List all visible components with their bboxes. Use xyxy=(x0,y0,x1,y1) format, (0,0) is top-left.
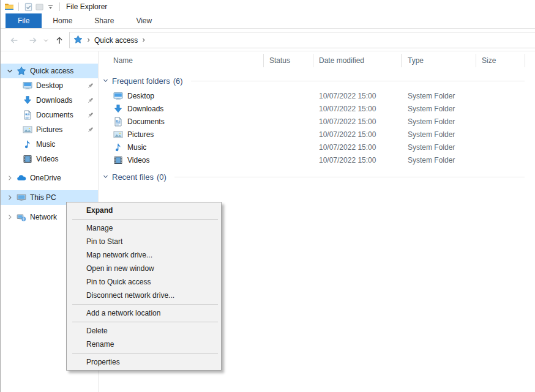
titlebar-separator xyxy=(18,2,19,11)
menu-item-open-in-new-window[interactable]: Open in new window xyxy=(67,262,221,275)
downloads-icon xyxy=(23,95,32,105)
chevron-right-icon[interactable] xyxy=(6,193,14,202)
menu-separator xyxy=(72,353,218,353)
menu-item-pin-to-start[interactable]: Pin to Start xyxy=(67,235,221,248)
chevron-down-icon[interactable] xyxy=(6,67,14,75)
menu-item-expand[interactable]: Expand xyxy=(67,204,221,217)
file-row-videos[interactable]: Videos 10/07/2022 15:00 System Folder xyxy=(99,154,535,167)
file-row-desktop[interactable]: Desktop 10/07/2022 15:00 System Folder xyxy=(99,90,535,103)
chevron-down-icon[interactable] xyxy=(102,76,109,86)
up-icon[interactable] xyxy=(53,34,65,46)
address-bar[interactable]: Quick access xyxy=(69,32,535,48)
properties-icon[interactable] xyxy=(23,1,34,12)
sidebar-item-pictures[interactable]: Pictures xyxy=(1,122,98,137)
sidebar-item-label: Documents xyxy=(36,111,73,119)
breadcrumb-chevron-icon[interactable] xyxy=(141,36,146,45)
column-divider[interactable] xyxy=(401,54,402,67)
file-type: System Folder xyxy=(408,105,455,113)
file-name: Documents xyxy=(127,117,165,126)
desktop-icon xyxy=(113,91,123,101)
group-divider-line xyxy=(191,81,525,81)
file-date-modified: 10/07/2022 15:00 xyxy=(319,156,376,165)
column-divider[interactable] xyxy=(263,54,264,67)
pin-icon xyxy=(86,82,94,90)
back-icon[interactable] xyxy=(8,34,20,46)
menu-item-disconnect-network-drive[interactable]: Disconnect network drive... xyxy=(67,289,221,302)
file-type: System Folder xyxy=(408,156,455,165)
sidebar-item-desktop[interactable]: Desktop xyxy=(1,78,98,93)
chevron-down-icon[interactable] xyxy=(102,172,109,182)
column-header-date-modified[interactable]: Date modified xyxy=(319,56,364,65)
sidebar-item-videos[interactable]: Videos xyxy=(1,152,98,166)
sidebar-item-label: Quick access xyxy=(30,67,73,75)
column-header-type[interactable]: Type xyxy=(408,56,424,65)
context-menu: Expand Manage Pin to Start Map network d… xyxy=(66,202,222,371)
chevron-right-icon[interactable] xyxy=(6,213,14,221)
menu-item-map-network-drive[interactable]: Map network drive... xyxy=(67,248,221,262)
menu-item-delete[interactable]: Delete xyxy=(67,324,221,338)
chevron-right-icon[interactable] xyxy=(6,174,14,182)
explorer-folder-icon xyxy=(4,1,15,12)
column-divider[interactable] xyxy=(476,54,476,67)
sidebar-item-downloads[interactable]: Downloads xyxy=(1,93,98,108)
file-name: Music xyxy=(127,143,146,152)
pictures-icon xyxy=(113,130,123,139)
file-name: Desktop xyxy=(127,92,154,100)
breadcrumb-chevron-icon[interactable] xyxy=(86,36,91,45)
sidebar-item-music[interactable]: Music xyxy=(1,137,98,152)
file-date-modified: 10/07/2022 15:00 xyxy=(319,105,376,113)
tab-home[interactable]: Home xyxy=(42,13,83,28)
title-bar: File Explorer xyxy=(1,0,535,13)
file-row-music[interactable]: Music 10/07/2022 15:00 System Folder xyxy=(99,141,535,154)
window-border xyxy=(0,0,1,392)
sidebar-item-onedrive[interactable]: OneDrive xyxy=(1,171,98,185)
column-header-row: Name Status Date modified Type Size xyxy=(99,51,535,70)
tab-share[interactable]: Share xyxy=(83,13,125,28)
pictures-icon xyxy=(23,125,32,135)
menu-item-add-a-network-location[interactable]: Add a network location xyxy=(67,306,221,320)
column-divider[interactable] xyxy=(525,54,525,67)
new-folder-icon[interactable] xyxy=(34,1,45,12)
group-header-frequent-folders[interactable]: Frequent folders (6) xyxy=(102,75,525,87)
music-icon xyxy=(113,142,123,152)
file-date-modified: 10/07/2022 15:00 xyxy=(319,143,376,152)
file-date-modified: 10/07/2022 15:00 xyxy=(319,92,376,100)
recent-locations-chevron-icon[interactable] xyxy=(42,34,50,46)
group-count: (0) xyxy=(157,172,166,182)
column-header-name[interactable]: Name xyxy=(113,56,133,65)
titlebar-separator xyxy=(59,2,60,11)
menu-separator xyxy=(72,322,218,322)
desktop-icon xyxy=(23,81,32,91)
menu-item-properties[interactable]: Properties xyxy=(67,355,221,369)
sidebar-item-quick-access[interactable]: Quick access xyxy=(1,64,98,78)
file-row-documents[interactable]: Documents 10/07/2022 15:00 System Folder xyxy=(99,116,535,128)
file-name: Downloads xyxy=(127,105,163,113)
forward-icon[interactable] xyxy=(27,34,39,46)
menu-item-manage[interactable]: Manage xyxy=(67,221,221,235)
videos-icon xyxy=(23,154,32,164)
customize-chevron-icon[interactable] xyxy=(45,1,56,12)
pin-icon xyxy=(86,97,94,105)
tab-file[interactable]: File xyxy=(6,13,42,28)
menu-separator xyxy=(72,304,218,305)
menu-item-pin-to-quick-access[interactable]: Pin to Quick access xyxy=(67,275,221,289)
videos-icon xyxy=(113,155,123,165)
file-explorer-window: File Explorer File Home Share View Quic xyxy=(0,0,535,392)
column-header-size[interactable]: Size xyxy=(482,56,496,65)
column-header-status[interactable]: Status xyxy=(269,56,290,65)
breadcrumb[interactable]: Quick access xyxy=(94,36,138,45)
file-row-downloads[interactable]: Downloads 10/07/2022 15:00 System Folder xyxy=(99,103,535,116)
tab-view[interactable]: View xyxy=(125,13,163,28)
sidebar-item-label: Desktop xyxy=(36,81,63,90)
quick-access-star-icon xyxy=(73,35,83,46)
file-date-modified: 10/07/2022 15:00 xyxy=(319,117,376,126)
quick-access-star-icon xyxy=(17,66,26,76)
file-type: System Folder xyxy=(408,143,455,152)
menu-item-rename[interactable]: Rename xyxy=(67,338,221,351)
column-divider[interactable] xyxy=(313,54,313,67)
group-header-recent-files[interactable]: Recent files (0) xyxy=(102,171,525,183)
file-row-pictures[interactable]: Pictures 10/07/2022 15:00 System Folder xyxy=(99,128,535,141)
group-title: Recent files xyxy=(112,172,154,182)
sidebar-item-documents[interactable]: Documents xyxy=(1,108,98,122)
music-icon xyxy=(23,139,32,149)
